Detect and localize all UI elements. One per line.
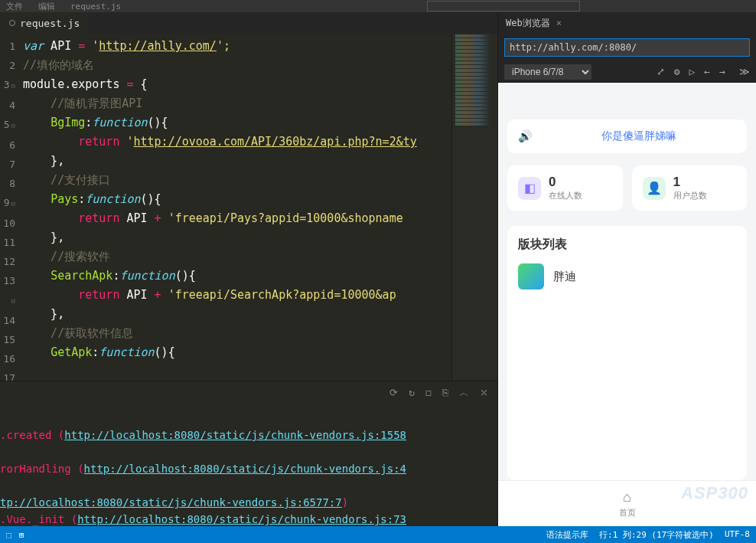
status-cursor[interactable]: 行:1 列:29 (17字符被选中) bbox=[599, 529, 714, 541]
browser-tab[interactable]: Web浏览器 × bbox=[498, 12, 569, 34]
app-icon bbox=[518, 263, 544, 289]
card-num: 1 bbox=[673, 175, 707, 190]
status-bar: ⬚ ⊞ 语法提示库 行:1 列:29 (17字符被选中) UTF-8 bbox=[0, 526, 756, 543]
editor-tab-bar: request.js bbox=[0, 12, 497, 34]
phone-header bbox=[498, 83, 756, 113]
section-title: 版块列表 bbox=[518, 237, 736, 253]
user-icon: 👤 bbox=[643, 177, 666, 200]
card-users[interactable]: 👤 1 用户总数 bbox=[632, 165, 748, 211]
phone-preview: 🔊 你是傻逼胖娣嘛 ◧ 0 在线人数 👤 1 bbox=[498, 83, 756, 526]
tool-collapse-icon[interactable]: ︿ bbox=[459, 386, 469, 400]
console-link[interactable]: http://localhost:8080/static/js/chunk-ve… bbox=[84, 463, 406, 475]
status-encoding[interactable]: UTF-8 bbox=[725, 529, 750, 541]
forum-section: 版块列表 胖迪 bbox=[507, 226, 747, 480]
tab-label: request.js bbox=[20, 18, 80, 29]
card-label: 在线人数 bbox=[549, 190, 582, 201]
notice-bar[interactable]: 🔊 你是傻逼胖娣嘛 bbox=[507, 119, 747, 153]
nav-label: 首页 bbox=[619, 507, 636, 518]
devtools-icon[interactable]: ▷ bbox=[689, 66, 696, 77]
speaker-icon: 🔊 bbox=[518, 129, 533, 143]
browser-pane: Web浏览器 × http://ahlly.com/:8080/ iPhone … bbox=[497, 12, 756, 526]
editor-tab-request[interactable]: request.js bbox=[0, 12, 89, 34]
tool-close-icon[interactable]: ⤫ bbox=[480, 387, 488, 398]
code-content[interactable]: var API = 'http://ahlly.com/'; //填你的域名 m… bbox=[20, 34, 451, 381]
browser-tab-label: Web浏览器 bbox=[506, 17, 550, 30]
url-text: http://ahlly.com/:8080/ bbox=[510, 42, 637, 53]
menu-file[interactable]: 文件 bbox=[6, 1, 23, 12]
home-icon: ⌂ bbox=[623, 489, 631, 505]
status-icon[interactable]: ⬚ bbox=[6, 530, 11, 540]
top-search-box[interactable] bbox=[427, 1, 580, 11]
more-icon[interactable]: ≫ bbox=[739, 66, 750, 77]
cube-icon: ◧ bbox=[518, 177, 541, 200]
console-link[interactable]: http://localhost:8080/static/js/chunk-ve… bbox=[64, 429, 406, 441]
list-item[interactable]: 胖迪 bbox=[518, 263, 736, 289]
tool-settings-icon[interactable]: ⟳ bbox=[389, 387, 398, 398]
fullscreen-icon[interactable]: ⤢ bbox=[657, 66, 665, 77]
console-toolbar: ⟳ ↻ ◻ ⎘ ︿ ⤫ bbox=[0, 381, 497, 404]
top-menu-bar: 文件 编辑 request.js bbox=[0, 0, 756, 12]
card-num: 0 bbox=[549, 175, 582, 190]
line-gutter: 123⊟45⊟6789⊟10111213⊟14151617⊟ bbox=[0, 34, 20, 381]
close-icon[interactable]: × bbox=[556, 18, 562, 28]
device-select[interactable]: iPhone 6/7/8 bbox=[504, 64, 591, 80]
card-online[interactable]: ◧ 0 在线人数 bbox=[507, 165, 623, 211]
browser-tab-bar: Web浏览器 × bbox=[498, 12, 756, 34]
topbar-filename: request.js bbox=[70, 2, 121, 11]
phone-nav: ⌂ 首页 ASP300 bbox=[498, 480, 756, 526]
menu-edit[interactable]: 编辑 bbox=[38, 1, 55, 12]
status-icon[interactable]: ⊞ bbox=[19, 530, 24, 540]
console-link[interactable]: tp://localhost:8080/static/js/chunk-vend… bbox=[0, 496, 342, 509]
card-label: 用户总数 bbox=[673, 190, 707, 201]
url-input[interactable]: http://ahlly.com/:8080/ bbox=[504, 38, 750, 57]
code-editor[interactable]: 123⊟45⊟6789⊟10111213⊟14151617⊟ var API =… bbox=[0, 34, 497, 381]
tab-modified-icon bbox=[9, 20, 15, 26]
console-link[interactable]: http://localhost:8080/static/js/chunk-ve… bbox=[77, 513, 406, 525]
notice-text: 你是傻逼胖娣嘛 bbox=[542, 129, 736, 143]
watermark: ASP300 bbox=[681, 483, 748, 503]
stat-cards: ◧ 0 在线人数 👤 1 用户总数 bbox=[507, 165, 747, 211]
nav-home[interactable]: ⌂ 首页 bbox=[619, 489, 636, 518]
editor-pane: request.js 123⊟45⊟6789⊟10111213⊟14151617… bbox=[0, 12, 497, 526]
gear-icon[interactable]: ⚙ bbox=[674, 66, 680, 77]
device-toolbar: iPhone 6/7/8 ⤢ ⚙ ▷ ← → ≫ bbox=[498, 61, 756, 83]
tool-export-icon[interactable]: ⎘ bbox=[442, 387, 448, 398]
back-icon[interactable]: ← bbox=[704, 66, 710, 77]
console-output[interactable]: .created (http://localhost:8080/static/j… bbox=[0, 404, 497, 526]
status-syntax[interactable]: 语法提示库 bbox=[546, 529, 588, 541]
minimap[interactable] bbox=[451, 34, 497, 381]
tool-refresh-icon[interactable]: ↻ bbox=[409, 387, 415, 398]
forward-icon[interactable]: → bbox=[719, 66, 725, 77]
item-label: 胖迪 bbox=[553, 270, 576, 284]
tool-stop-icon[interactable]: ◻ bbox=[425, 387, 432, 398]
